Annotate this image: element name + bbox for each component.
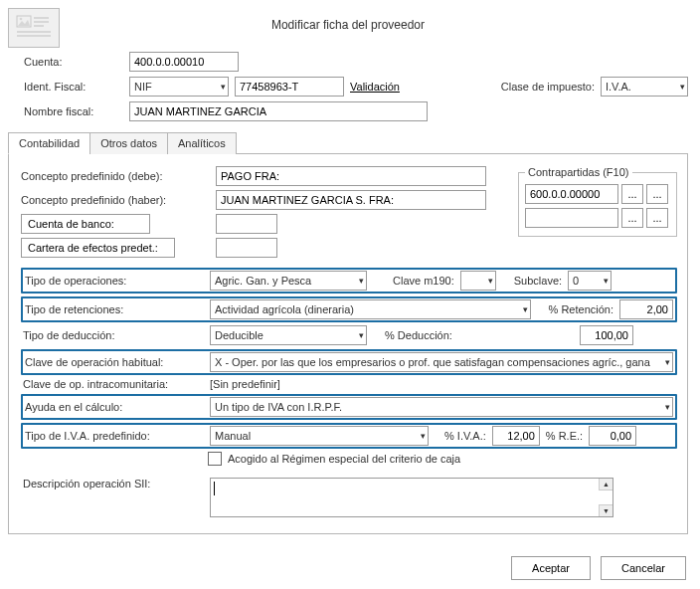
contrapartida-input-2[interactable]: [525, 208, 618, 228]
scroll-up-icon[interactable]: ▲: [599, 479, 612, 491]
pct-deduccion-label: % Deducción:: [385, 329, 574, 341]
concepto-haber-input[interactable]: [216, 190, 486, 210]
clave-m190-select[interactable]: [460, 271, 496, 291]
cancelar-button[interactable]: Cancelar: [601, 556, 686, 580]
pct-iva-label: % I.V.A.:: [444, 430, 486, 442]
clave-intra-label: Clave de op. intracomunitaria:: [23, 378, 204, 390]
ayuda-select[interactable]: Un tipo de IVA con I.R.P.F.: [210, 397, 673, 417]
ident-fiscal-label: Ident. Fiscal:: [24, 81, 123, 93]
descripcion-sii-label: Descripción operación SII:: [23, 478, 204, 490]
text-cursor: [214, 482, 215, 495]
tipo-iva-select[interactable]: Manual: [210, 426, 429, 446]
subclave-label: Subclave:: [514, 275, 562, 287]
aceptar-button[interactable]: Aceptar: [511, 556, 591, 580]
svg-rect-3: [34, 17, 49, 19]
scroll-down-icon[interactable]: ▼: [599, 504, 612, 516]
tab-analiticos[interactable]: Analíticos: [167, 132, 237, 154]
contrapartida-browse-2[interactable]: ...: [646, 184, 668, 204]
pct-retencion-input[interactable]: [619, 299, 673, 319]
cuenta-input[interactable]: [129, 52, 239, 72]
tipo-retenciones-label: Tipo de retenciones:: [25, 303, 204, 315]
tabs: Contabilidad Otros datos Analíticos: [8, 131, 688, 154]
tipo-deduccion-select[interactable]: Deducible: [210, 325, 367, 345]
clave-hab-select[interactable]: X - Oper. por las que los empresarios o …: [210, 352, 673, 372]
page-title: Modificar ficha del proveedor: [8, 18, 688, 32]
acogido-label: Acogido al Régimen especial del criterio…: [228, 453, 460, 465]
pct-retencion-label: % Retención:: [549, 303, 613, 315]
svg-rect-4: [34, 21, 49, 23]
cuenta-banco-input[interactable]: [216, 214, 277, 234]
validacion-link[interactable]: Validación: [350, 81, 400, 93]
concepto-debe-label: Concepto predefinido (debe):: [21, 170, 210, 182]
nombre-fiscal-label: Nombre fiscal:: [24, 105, 123, 117]
contrapartidas-fieldset: Contrapartidas (F10) ... ... ... ...: [518, 166, 677, 237]
svg-rect-7: [17, 35, 51, 37]
pct-re-input[interactable]: [589, 426, 636, 446]
ident-numero-input[interactable]: [235, 77, 344, 97]
tipo-retenciones-select[interactable]: Actividad agrícola (dineraria): [210, 299, 531, 319]
cartera-input[interactable]: [216, 238, 277, 258]
pct-iva-input[interactable]: [492, 426, 540, 446]
clave-m190-label: Clave m190:: [393, 275, 454, 287]
concepto-haber-label: Concepto predefinido (haber):: [21, 194, 210, 206]
svg-point-2: [20, 18, 23, 21]
concepto-debe-input[interactable]: [216, 166, 486, 186]
svg-rect-6: [17, 31, 51, 33]
tab-contabilidad[interactable]: Contabilidad: [8, 132, 90, 154]
descripcion-sii-textarea[interactable]: ▲ ▼: [210, 478, 613, 517]
ident-tipo-select[interactable]: NIF: [129, 77, 229, 97]
pct-deduccion-input[interactable]: [580, 325, 633, 345]
clase-impuesto-select[interactable]: I.V.A.: [601, 77, 688, 97]
acogido-checkbox[interactable]: [208, 452, 222, 466]
tipo-operaciones-select[interactable]: Agric. Gan. y Pesca: [210, 271, 367, 291]
contrapartida-browse-3[interactable]: ...: [621, 208, 643, 228]
clave-hab-label: Clave de operación habitual:: [25, 356, 204, 368]
pct-re-label: % R.E.:: [546, 430, 583, 442]
subclave-select[interactable]: 0: [568, 271, 612, 291]
cartera-button[interactable]: Cartera de efectos predet.:: [21, 238, 175, 258]
form-icon: [8, 8, 60, 48]
tipo-operaciones-label: Tipo de operaciones:: [25, 275, 204, 287]
contrapartidas-legend: Contrapartidas (F10): [525, 166, 632, 178]
svg-marker-1: [18, 20, 30, 26]
clave-intra-value: [Sin predefinir]: [210, 378, 280, 390]
tipo-deduccion-label: Tipo de deducción:: [23, 329, 204, 341]
contrapartida-browse-4[interactable]: ...: [646, 208, 668, 228]
cuenta-label: Cuenta:: [24, 56, 123, 68]
tipo-iva-label: Tipo de I.V.A. predefinido:: [25, 430, 204, 442]
cuenta-banco-button[interactable]: Cuenta de banco:: [21, 214, 150, 234]
ayuda-label: Ayuda en el cálculo:: [25, 401, 204, 413]
nombre-fiscal-input[interactable]: [129, 101, 428, 121]
contrapartida-input[interactable]: [525, 184, 618, 204]
tab-otros-datos[interactable]: Otros datos: [89, 132, 168, 154]
clase-impuesto-label: Clase de impuesto:: [501, 81, 595, 93]
svg-rect-5: [34, 25, 44, 27]
contrapartida-browse-1[interactable]: ...: [621, 184, 643, 204]
